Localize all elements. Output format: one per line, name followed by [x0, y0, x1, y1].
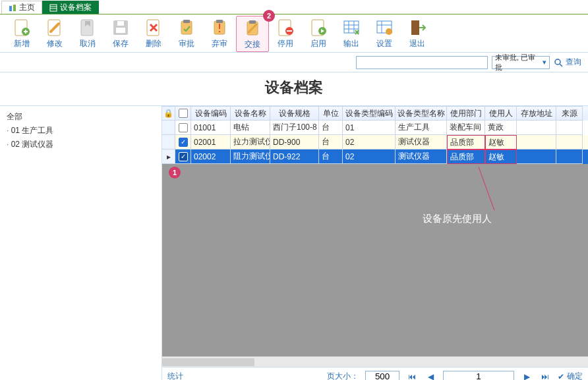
grid-body: 01001 电钻 西门子100-8 台 01 生产工具 装配车间 黄政 0200… [162, 121, 588, 356]
approve-icon [177, 18, 196, 37]
col-typecode[interactable]: 设备类型编码 [343, 106, 396, 121]
new-button[interactable]: 新增 [5, 16, 38, 52]
lock-column-header[interactable]: 🔒 [162, 106, 175, 121]
svg-rect-1 [13, 5, 16, 11]
col-addr[interactable]: 存放地址 [517, 106, 556, 121]
exit-icon [408, 18, 426, 37]
tree-item-02[interactable]: 02 测试仪器 [4, 138, 158, 151]
checkbox-column-header[interactable] [175, 106, 191, 121]
col-dept[interactable]: 使用部门 [447, 106, 485, 121]
stats-link[interactable]: 统计 [167, 371, 183, 380]
svg-rect-22 [287, 30, 292, 32]
page-size-input[interactable] [365, 371, 399, 381]
svg-line-36 [560, 64, 562, 67]
col-source[interactable]: 来源 [556, 106, 583, 121]
save-icon [111, 18, 130, 37]
svg-point-35 [555, 59, 560, 65]
annotation-arrow [479, 167, 495, 210]
delete-button[interactable]: 删除 [137, 16, 170, 52]
filter-bar: 未审批, 已审批 ▾ 查询 [0, 53, 588, 72]
settings-icon [375, 18, 394, 37]
page-title: 设备档案 [0, 72, 588, 105]
cancel-icon [78, 18, 97, 37]
new-icon [13, 18, 31, 37]
table-row[interactable]: ▸ 02002 阻力测试仪 DD-922 台 02 测试仪器 品质部 赵敏 [162, 149, 588, 164]
enable-button[interactable]: 启用 [302, 16, 335, 52]
next-page-button[interactable]: ▶ [521, 371, 533, 381]
row-checkbox[interactable] [179, 152, 188, 161]
search-button[interactable]: 查询 [554, 57, 581, 68]
tab-home[interactable]: 主页 [1, 1, 42, 14]
col-typename[interactable]: 设备类型名称 [396, 106, 447, 121]
svg-rect-17 [216, 20, 223, 23]
col-name[interactable]: 设备名称 [231, 106, 270, 121]
search-icon [554, 58, 563, 67]
tab-active-label: 设备档案 [60, 2, 92, 13]
edit-button[interactable]: 修改 [38, 16, 71, 52]
handover-icon [243, 19, 262, 38]
tree-item-all[interactable]: 全部 [4, 110, 158, 124]
col-user[interactable]: 使用人 [485, 106, 517, 121]
row-checkbox[interactable] [179, 138, 188, 147]
pager: 统计 页大小： ⏮ ◀ ▶ ⏭ ✔确定 [162, 367, 588, 380]
export-icon [342, 18, 361, 37]
settings-button[interactable]: 设置 [368, 16, 401, 52]
status-filter-text: 未审批, 已审批 [495, 53, 540, 72]
svg-rect-15 [183, 20, 190, 23]
confirm-button[interactable]: ✔确定 [558, 371, 583, 380]
search-input[interactable] [356, 56, 488, 69]
main-split: 全部 01 生产工具 02 测试仪器 🔒 设备编码 设备名称 设备规格 单位 设… [0, 105, 588, 380]
col-unit[interactable]: 单位 [319, 106, 343, 121]
svg-point-33 [386, 28, 392, 35]
category-tree: 全部 01 生产工具 02 测试仪器 [0, 106, 162, 380]
grid-icon [49, 4, 57, 12]
tab-equipment-archive[interactable]: 设备档案 [42, 1, 99, 14]
toolbar: 新增 修改 取消 保存 删除 审批 弃审 交接 2 停用 启用 输出 设置 退出 [0, 14, 588, 53]
annotation-badge-2: 2 [263, 10, 275, 22]
col-spec[interactable]: 设备规格 [270, 106, 319, 121]
table-row[interactable]: 02001 拉力测试仪 DD-900 台 02 测试仪器 品质部 赵敏 [162, 135, 588, 149]
svg-rect-19 [249, 20, 256, 24]
abandon-icon [210, 18, 229, 37]
home-icon [9, 4, 16, 12]
table-row[interactable]: 01001 电钻 西门子100-8 台 01 生产工具 装配车间 黄政 [162, 121, 588, 135]
scrollbar-thumb[interactable] [162, 358, 254, 366]
disable-button[interactable]: 停用 [269, 16, 302, 52]
svg-rect-11 [116, 28, 125, 33]
exit-button[interactable]: 退出 [401, 16, 434, 52]
cancel-button[interactable]: 取消 [71, 16, 104, 52]
tree-item-01[interactable]: 01 生产工具 [4, 124, 158, 138]
first-page-button[interactable]: ⏮ [406, 371, 418, 381]
data-grid: 🔒 设备编码 设备名称 设备规格 单位 设备类型编码 设备类型名称 使用部门 使… [162, 106, 588, 380]
page-size-label: 页大小： [327, 371, 359, 380]
annotation-badge-1: 1 [169, 167, 181, 178]
disable-icon [276, 18, 295, 37]
select-all-checkbox[interactable] [179, 109, 188, 118]
grid-header: 🔒 设备编码 设备名称 设备规格 单位 设备类型编码 设备类型名称 使用部门 使… [162, 106, 588, 121]
delete-icon [144, 18, 163, 37]
svg-rect-0 [9, 6, 12, 11]
col-code[interactable]: 设备编码 [191, 106, 231, 121]
export-button[interactable]: 输出 [335, 16, 368, 52]
page-number-input[interactable] [443, 371, 514, 381]
search-label: 查询 [566, 57, 581, 68]
annotation-text: 设备原先使用人 [423, 213, 492, 225]
svg-rect-34 [411, 20, 419, 35]
check-icon: ✔ [558, 372, 564, 381]
row-checkbox[interactable] [179, 123, 188, 132]
status-filter-dropdown[interactable]: 未审批, 已审批 ▾ [492, 56, 550, 69]
horizontal-scrollbar[interactable] [162, 356, 588, 367]
tab-home-label: 主页 [19, 2, 35, 13]
prev-page-button[interactable]: ◀ [425, 371, 436, 381]
enable-icon [309, 18, 328, 37]
approve-button[interactable]: 审批 [170, 16, 203, 52]
edit-icon [45, 18, 64, 37]
last-page-button[interactable]: ⏭ [539, 371, 551, 381]
save-button[interactable]: 保存 [104, 16, 137, 52]
handover-button[interactable]: 交接 2 [236, 16, 269, 52]
abandon-button[interactable]: 弃审 [203, 16, 236, 52]
tab-bar: 主页 设备档案 [0, 0, 588, 14]
chevron-down-icon: ▾ [543, 58, 546, 67]
svg-rect-12 [117, 21, 124, 26]
